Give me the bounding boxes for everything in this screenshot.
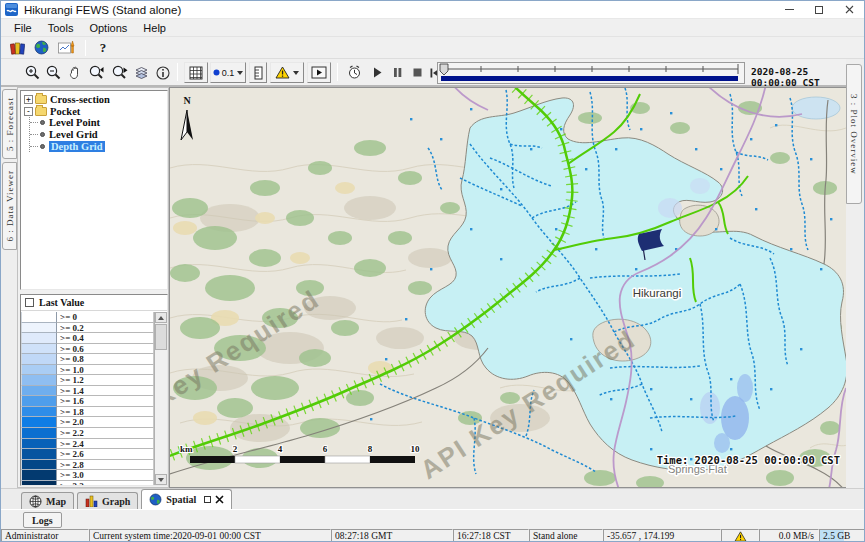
tree-node-label: Level Grid (49, 129, 98, 140)
zoom-next-button[interactable] (109, 62, 130, 83)
legend-row[interactable]: >= 1.2 (21, 375, 154, 386)
tab-spatial[interactable]: Spatial (141, 489, 232, 509)
legend-row[interactable]: >= 2.2 (21, 428, 154, 439)
pause-button[interactable] (389, 62, 405, 83)
play-icon (373, 67, 382, 78)
animation-control-button[interactable] (343, 62, 365, 83)
menu-help[interactable]: Help (136, 21, 173, 35)
stop-icon (413, 68, 422, 77)
layers-icon (134, 65, 149, 80)
legend-swatch (21, 323, 57, 334)
zoom-previous-icon (88, 65, 105, 80)
close-panel-icon[interactable] (215, 495, 224, 504)
legend-row[interactable]: >= 1.0 (21, 365, 154, 376)
legend-row[interactable]: >= 2.0 (21, 417, 154, 428)
logs-button[interactable]: Logs (23, 512, 62, 528)
status-warning-cell[interactable] (721, 529, 759, 542)
scroll-down-button[interactable] (155, 474, 167, 485)
tab-forecast[interactable]: 5 : Forecast (2, 89, 17, 159)
maximize-button[interactable] (804, 1, 834, 18)
title-bar: Hikurangi FEWS (Stand alone) (1, 1, 864, 19)
last-value-checkbox[interactable] (25, 298, 34, 307)
info-button[interactable] (153, 62, 172, 83)
import-timeseries-button[interactable] (53, 37, 79, 58)
tree-node-depth-grid-selected[interactable]: Depth Grid (30, 140, 167, 152)
scale-ruler-button[interactable] (249, 62, 267, 83)
tree-node-label: Level Point (49, 117, 100, 128)
zoom-previous-button[interactable] (86, 62, 107, 83)
legend-row[interactable]: >= 1.6 (21, 396, 154, 407)
minimize-icon (785, 9, 794, 10)
legend-scrollbar[interactable] (154, 312, 167, 485)
legend-swatch (21, 386, 57, 397)
tab-map[interactable]: Map (21, 492, 74, 509)
ruler-icon (254, 66, 263, 80)
legend-row[interactable]: >= 1.4 (21, 386, 154, 397)
zoom-in-button[interactable] (23, 62, 42, 83)
play-button[interactable] (369, 62, 385, 83)
grid-display-button[interactable] (184, 62, 208, 83)
window-title: Hikurangi FEWS (Stand alone) (24, 4, 181, 16)
legend-row[interactable]: >= 2.6 (21, 449, 154, 460)
legend-row[interactable]: >= 1.8 (21, 407, 154, 418)
legend-row[interactable]: >= 2.8 (21, 460, 154, 471)
globe-icon (149, 493, 162, 506)
folder-icon (35, 95, 47, 104)
legend-row[interactable]: >= 0.8 (21, 354, 154, 365)
legend-row[interactable]: >= 2.4 (21, 439, 154, 450)
grid-icon (189, 66, 203, 80)
document-tab-bar: Map Graph Spatial (1, 488, 865, 509)
minimize-button[interactable] (774, 1, 804, 18)
tree-node-level-grid[interactable]: Level Grid (30, 129, 167, 141)
restore-panel-icon[interactable] (204, 496, 211, 503)
menu-file[interactable]: File (7, 21, 39, 35)
zoom-out-button[interactable] (44, 62, 63, 83)
tree-node-level-point[interactable]: Level Point (30, 117, 167, 129)
scroll-up-button[interactable] (155, 312, 167, 323)
layers-button[interactable] (132, 62, 151, 83)
stop-button[interactable] (409, 62, 425, 83)
tab-forecast-label: 5 : Forecast (5, 97, 15, 151)
tab-graph[interactable]: Graph (77, 492, 138, 509)
map-canvas[interactable]: Hikurangi Springs Flat API Key Required … (170, 88, 848, 488)
legend-row[interactable]: >= 0.2 (21, 323, 154, 334)
animation-clock-icon (347, 65, 362, 80)
status-system-time: Current system time:2020-09-01 00:00 CST (89, 529, 331, 542)
expander-icon[interactable]: + (24, 95, 33, 104)
close-button[interactable] (834, 1, 864, 18)
expander-icon[interactable]: - (24, 107, 33, 116)
zoom-out-icon (46, 65, 61, 80)
menu-options[interactable]: Options (82, 21, 134, 35)
legend-row[interactable]: >= 0 (21, 312, 154, 323)
legend-swatch (21, 344, 57, 355)
legend-row[interactable]: >= 0.6 (21, 344, 154, 355)
thresholds-warning-dropdown[interactable] (270, 62, 304, 83)
legend-label: >= 0.8 (57, 354, 154, 365)
legend-label: >= 0.6 (57, 344, 154, 355)
data-display-button[interactable] (5, 37, 29, 58)
tree-node-pocket[interactable]: - Pocket (24, 106, 167, 118)
map-viewport[interactable]: Hikurangi Springs Flat API Key Required … (169, 87, 848, 488)
application-window: Hikurangi FEWS (Stand alone) File Tools … (0, 0, 865, 542)
legend-row[interactable]: >= 0.4 (21, 333, 154, 344)
help-button[interactable]: ? (92, 37, 114, 58)
map-display-button[interactable] (29, 37, 53, 58)
town-label: Hikurangi (633, 287, 682, 299)
tab-plot-overview[interactable]: 3 : Plot Overview (846, 64, 862, 204)
tree-node-label-selected: Depth Grid (49, 141, 105, 152)
menu-tools[interactable]: Tools (41, 21, 81, 35)
right-tab-strip: 3 : Plot Overview (846, 59, 864, 488)
timeline-slider[interactable] (437, 62, 745, 84)
status-gmt-time: 08:27:18 GMT (331, 529, 453, 542)
warning-icon (734, 531, 747, 542)
tab-spatial-label: Spatial (166, 494, 196, 505)
pan-button[interactable] (65, 62, 84, 83)
movie-player-button[interactable] (307, 62, 331, 83)
threshold-dropdown[interactable]: 0.1 (210, 62, 246, 83)
svg-text:8: 8 (368, 444, 373, 454)
legend-row[interactable]: >= 3.2 (21, 481, 154, 485)
scrollbar-thumb[interactable] (155, 324, 167, 350)
tab-data-viewer[interactable]: 6 : Data Viewer (2, 162, 17, 250)
legend-row[interactable]: >= 3.0 (21, 470, 154, 481)
tree-node-cross-section[interactable]: + Cross-section (24, 94, 167, 106)
